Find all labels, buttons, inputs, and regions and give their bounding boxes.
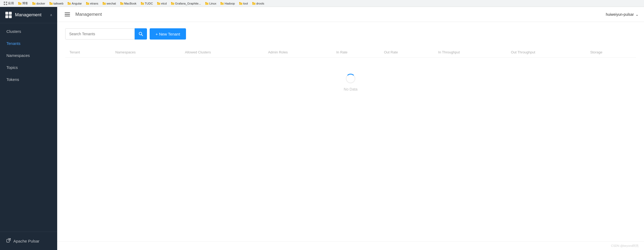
svg-rect-21 [9,15,12,18]
sidebar-item-topics-label: Topics [6,65,18,70]
svg-line-24 [142,35,143,36]
col-admin-roles: Admin Roles [264,47,332,58]
user-menu[interactable]: huiweiyun-pulsar ⌄ [606,12,639,17]
sidebar: Management ∧ Clusters Tenants Namespaces… [0,7,57,250]
bookmark-5[interactable]: etrans [84,1,100,6]
hamburger-line-2 [65,14,70,15]
svg-rect-7 [68,3,71,5]
hamburger-line-3 [65,16,70,16]
main-wrapper: Management huiweiyun-pulsar ⌄ [57,7,644,250]
sidebar-item-namespaces-label: Namespaces [6,53,30,58]
sidebar-item-topics[interactable]: Topics [0,61,57,73]
footer-text: CSDN @beyond阿亮 [611,244,639,247]
svg-rect-5 [32,3,36,5]
apache-pulsar-link[interactable]: Apache Pulsar [5,236,52,246]
col-in-rate: In Rate [332,47,380,58]
svg-rect-1 [6,2,7,3]
bookmark-6-label: wechat [107,2,116,5]
bookmark-3[interactable]: talkweb [48,1,65,6]
toolbar: + New Tenant [65,28,636,40]
bookmark-6[interactable]: wechat [101,1,118,6]
bookmark-13-label: tool [243,2,248,5]
bookmark-4-label: Angular [72,2,82,5]
bookmark-9[interactable]: etcd [156,1,168,6]
col-allowed-clusters: Allowed Clusters [181,47,264,58]
top-header: Management huiweiyun-pulsar ⌄ [57,7,644,22]
sidebar-logo-icon [5,11,12,19]
username-label: huiweiyun-pulsar [606,12,634,17]
bookmark-13[interactable]: tool [238,1,250,6]
bookmark-8[interactable]: TUDC [139,1,155,6]
svg-rect-0 [4,2,5,3]
bookmark-11[interactable]: Linux [204,1,218,6]
sidebar-item-tokens[interactable]: Tokens [0,73,57,85]
sidebar-item-tenants-label: Tenants [6,41,21,46]
bookmark-4[interactable]: Angular [66,1,83,6]
svg-rect-9 [103,3,106,5]
bookmark-11-label: Linux [209,2,216,5]
sidebar-item-clusters-label: Clusters [6,29,21,34]
bookmark-2[interactable]: docker [31,1,47,6]
sidebar-chevron-icon: ∧ [50,13,52,17]
sidebar-item-tenants[interactable]: Tenants [0,37,57,49]
col-in-throughput: In Throughput [434,47,507,58]
bookmark-5-label: etrans [90,2,98,5]
svg-rect-2 [4,4,5,5]
bookmark-3-label: talkweb [53,2,63,5]
svg-rect-18 [5,12,8,15]
svg-rect-10 [120,3,123,5]
svg-rect-17 [252,3,255,5]
svg-rect-20 [5,15,8,18]
bookmark-apps[interactable]: 应用 [2,1,15,6]
header-title: Management [75,12,606,17]
search-input[interactable] [65,28,135,40]
sidebar-item-clusters[interactable]: Clusters [0,25,57,37]
bookmark-10[interactable]: Grafana_Graphite... [169,1,203,6]
bookmark-1-label: 博客 [22,1,28,5]
main-content: + New Tenant Tenant Namespaces Allowed C… [57,22,644,250]
bookmark-9-label: etcd [161,2,167,5]
sidebar-header[interactable]: Management ∧ [0,7,57,23]
sidebar-nav: Clusters Tenants Namespaces Topics Token… [0,23,57,232]
svg-rect-14 [205,3,208,5]
search-button[interactable] [135,28,147,40]
svg-rect-13 [171,3,174,5]
svg-rect-12 [157,3,160,5]
hamburger-button[interactable] [63,10,72,18]
bookmark-apps-label: 应用 [8,1,14,5]
bookmark-10-label: Grafana_Graphite... [175,2,201,5]
bookmark-1[interactable]: 博客 [17,1,30,6]
bookmark-8-label: TUDC [145,2,153,5]
bookmark-14-label: drools [256,2,264,5]
search-wrapper [65,28,147,40]
tenants-table-container: Tenant Namespaces Allowed Clusters Admin… [65,47,636,107]
svg-rect-3 [6,4,7,5]
col-tenant: Tenant [65,47,111,58]
new-tenant-label: + New Tenant [156,32,180,36]
user-chevron-icon: ⌄ [635,12,639,17]
bookmark-2-label: docker [36,2,45,5]
sidebar-title: Management [15,12,47,18]
bookmark-12[interactable]: Hadoop [219,1,236,6]
page-footer: CSDN @beyond阿亮 [57,241,644,250]
svg-rect-4 [18,3,21,5]
bookmark-7-label: MacBook [124,2,137,5]
sidebar-item-tokens-label: Tokens [6,77,19,82]
table-header: Tenant Namespaces Allowed Clusters Admin… [65,47,636,58]
bookmark-7[interactable]: MacBook [119,1,138,6]
col-out-throughput: Out Throughput [507,47,586,58]
sidebar-item-namespaces[interactable]: Namespaces [0,49,57,61]
svg-rect-19 [9,12,12,15]
external-link-icon [6,238,11,244]
bookmark-14[interactable]: drools [251,1,266,6]
apache-pulsar-label: Apache Pulsar [13,239,40,243]
bookmark-12-label: Hadoop [224,2,235,5]
loading-spinner [346,74,355,83]
search-icon [139,32,143,36]
svg-rect-6 [49,3,53,5]
col-namespaces: Namespaces [111,47,181,58]
new-tenant-button[interactable]: + New Tenant [150,28,186,40]
col-storage: Storage [586,47,636,58]
content-area: + New Tenant Tenant Namespaces Allowed C… [57,22,644,241]
svg-rect-11 [141,3,144,5]
